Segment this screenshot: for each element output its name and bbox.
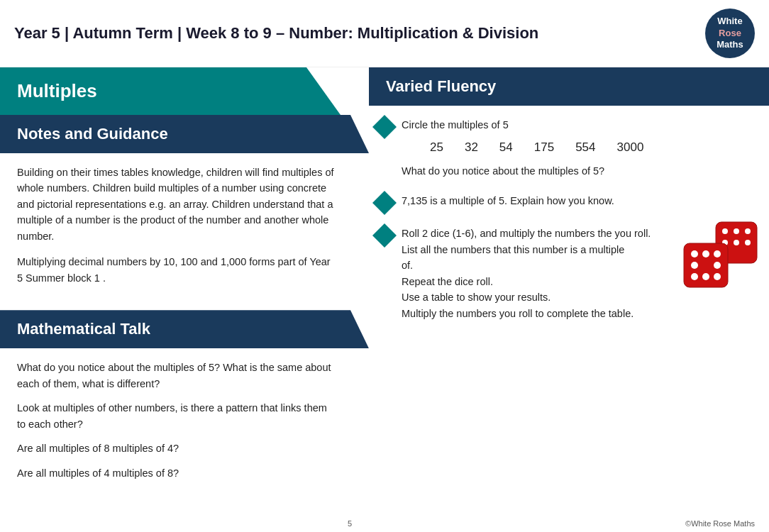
svg-point-1 bbox=[722, 228, 728, 234]
number-32: 32 bbox=[465, 138, 478, 157]
fluency-content: Circle the multiples of 5 25 32 54 175 5… bbox=[369, 106, 769, 347]
fluency-item-3: Roll 2 dice (1-6), and multiply the numb… bbox=[376, 226, 762, 321]
svg-point-10 bbox=[714, 250, 721, 257]
fluency-item-1-content: Circle the multiples of 5 25 32 54 175 5… bbox=[402, 117, 762, 179]
math-talk-q1: What do you notice about the multiples o… bbox=[17, 360, 338, 392]
logo-line1: White bbox=[717, 16, 742, 28]
item3-line4: Repeat the dice roll. bbox=[402, 274, 651, 289]
diamond-icon-2 bbox=[372, 191, 397, 215]
page-number: 5 bbox=[348, 519, 352, 528]
copyright: ©White Rose Maths bbox=[685, 519, 755, 528]
dice-illustration bbox=[677, 218, 762, 294]
number-554: 554 bbox=[575, 138, 595, 157]
item3-text: Roll 2 dice (1-6), and multiply the numb… bbox=[402, 226, 651, 321]
svg-point-5 bbox=[734, 240, 739, 245]
diamond-icon-1 bbox=[372, 115, 397, 139]
item1-numbers-row: 25 32 54 175 554 3000 bbox=[402, 133, 762, 162]
notes-content: Building on their times tables knowledge… bbox=[0, 153, 355, 307]
item3-line3: of. bbox=[402, 257, 651, 273]
svg-point-6 bbox=[745, 240, 751, 245]
number-3000: 3000 bbox=[617, 138, 644, 157]
svg-point-9 bbox=[702, 250, 709, 257]
number-54: 54 bbox=[499, 138, 513, 157]
fluency-item-2: 7,135 is a multiple of 5. Explain how yo… bbox=[376, 193, 762, 211]
notes-para1: Building on their times tables knowledge… bbox=[17, 165, 338, 244]
left-column: Multiples Notes and Guidance Building on… bbox=[0, 67, 355, 532]
math-talk-content: What do you notice about the multiples o… bbox=[0, 348, 355, 501]
wrm-logo: White Rose Maths bbox=[705, 9, 755, 58]
diamond-icon-3 bbox=[372, 223, 397, 248]
page-header: Year 5 | Autumn Term | Week 8 to 9 – Num… bbox=[0, 0, 769, 67]
main-content: Multiples Notes and Guidance Building on… bbox=[0, 67, 769, 532]
logo-line3: Maths bbox=[717, 39, 743, 51]
number-175: 175 bbox=[534, 138, 554, 157]
page-footer: 5 ©White Rose Maths bbox=[0, 519, 769, 528]
svg-point-14 bbox=[702, 273, 709, 280]
math-talk-q3: Are all multiples of 8 multiples of 4? bbox=[17, 440, 338, 456]
item3-line6: Multiply the numbers you roll to complet… bbox=[402, 306, 651, 321]
math-talk-title: Mathematical Talk bbox=[17, 320, 352, 338]
svg-point-2 bbox=[734, 228, 739, 234]
svg-point-8 bbox=[691, 250, 698, 257]
svg-point-13 bbox=[691, 273, 698, 280]
svg-point-11 bbox=[691, 262, 698, 269]
svg-point-15 bbox=[714, 273, 721, 280]
item3-line5: Use a table to show your results. bbox=[402, 289, 651, 305]
math-talk-q4: Are all multiples of 4 multiples of 8? bbox=[17, 465, 338, 481]
notes-guidance-header: Notes and Guidance bbox=[0, 115, 369, 153]
item3-line2: List all the numbers that this number is… bbox=[402, 242, 651, 257]
number-25: 25 bbox=[430, 138, 443, 157]
page-title: Year 5 | Autumn Term | Week 8 to 9 – Num… bbox=[14, 24, 538, 43]
fluency-item-2-content: 7,135 is a multiple of 5. Explain how yo… bbox=[402, 193, 762, 209]
varied-fluency-title: Varied Fluency bbox=[386, 77, 496, 96]
varied-fluency-header: Varied Fluency bbox=[369, 67, 769, 106]
multiples-banner: Multiples bbox=[0, 67, 341, 115]
item1-text: Circle the multiples of 5 bbox=[402, 117, 762, 133]
math-talk-header: Mathematical Talk bbox=[0, 310, 369, 348]
item2-text: 7,135 is a multiple of 5. Explain how yo… bbox=[402, 193, 762, 209]
item3-line1: Roll 2 dice (1-6), and multiply the numb… bbox=[402, 226, 651, 241]
logo-line2: Rose bbox=[719, 28, 741, 40]
item1-notice: What do you notice about the multiples o… bbox=[402, 163, 762, 179]
item3-container: Roll 2 dice (1-6), and multiply the numb… bbox=[402, 226, 762, 321]
right-column: Varied Fluency Circle the multiples of 5… bbox=[355, 67, 769, 532]
notes-guidance-title: Notes and Guidance bbox=[17, 125, 352, 143]
svg-point-12 bbox=[714, 262, 721, 269]
fluency-item-1: Circle the multiples of 5 25 32 54 175 5… bbox=[376, 117, 762, 179]
notes-para2: Multiplying decimal numbers by 10, 100 a… bbox=[17, 254, 338, 286]
multiples-heading: Multiples bbox=[17, 80, 323, 102]
svg-point-3 bbox=[745, 228, 751, 234]
math-talk-q2: Look at multiples of other numbers, is t… bbox=[17, 400, 338, 432]
svg-rect-7 bbox=[684, 243, 728, 287]
